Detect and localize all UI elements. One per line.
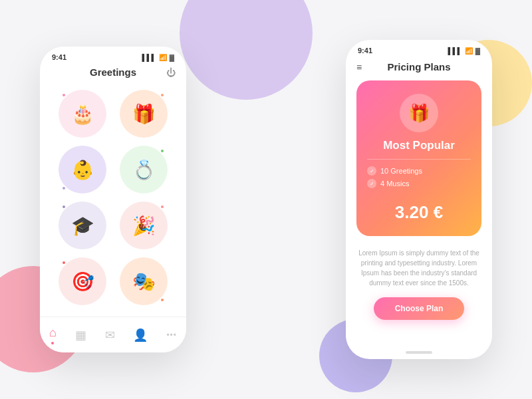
icon-cell-target[interactable]: 🎯 <box>56 257 109 305</box>
right-signal-icon: ▌▌▌ <box>448 47 462 55</box>
more-icon: ••• <box>166 331 177 340</box>
battery-icon: ▓ <box>170 54 174 61</box>
right-battery-icon: ▓ <box>475 47 480 55</box>
left-phone: 9:41 ▌▌▌ 📶 ▓ Greetings ⏻ 🎂 🎁 👶 <box>40 47 186 352</box>
pricing-card: 🎁 Most Popular ✓ 10 Greetings ✓ 4 Musics… <box>356 80 481 236</box>
nav-more[interactable]: ••• <box>161 328 182 342</box>
gift-circle[interactable]: 🎁 <box>120 90 168 138</box>
feature-musics-text: 4 Musics <box>380 180 409 188</box>
card-divider <box>367 159 471 160</box>
nav-profile[interactable]: 👤 <box>128 325 153 345</box>
right-wifi-icon: 📶 <box>465 47 473 55</box>
icon-grid: 🎂 🎁 👶 💍 🎓 <box>40 84 186 311</box>
pricing-title: Pricing Plans <box>387 61 450 72</box>
nav-home[interactable]: ⌂ <box>44 323 62 347</box>
grid-icon: ▦ <box>75 328 86 342</box>
nav-mail[interactable]: ✉ <box>100 325 120 345</box>
right-phone: 9:41 ▌▌▌ 📶 ▓ ≡ Pricing Plans 🎁 Most Popu… <box>346 40 492 359</box>
card-features: ✓ 10 Greetings ✓ 4 Musics <box>367 166 471 192</box>
birthday-circle[interactable]: 🎂 <box>59 90 106 138</box>
icon-cell-mask[interactable]: 🎭 <box>117 257 170 305</box>
right-time: 9:41 <box>358 47 372 55</box>
right-status-bar: 9:41 ▌▌▌ 📶 ▓ <box>346 40 492 57</box>
dot-target <box>61 260 66 265</box>
wifi-icon: 📶 <box>159 54 167 61</box>
nav-grid[interactable]: ▦ <box>70 325 92 345</box>
mail-icon: ✉ <box>105 328 115 342</box>
feature-musics: ✓ 4 Musics <box>367 179 471 188</box>
feature-greetings: ✓ 10 Greetings <box>367 166 471 176</box>
greetings-title: Greetings <box>90 66 136 78</box>
hamburger-icon[interactable]: ≡ <box>356 63 362 72</box>
mask-circle[interactable]: 🎭 <box>120 257 168 305</box>
rings-circle[interactable]: 💍 <box>120 146 168 194</box>
signal-icon: ▌▌▌ <box>142 54 156 61</box>
icon-cell-party[interactable]: 🎉 <box>117 201 170 249</box>
left-phone-header: Greetings ⏻ <box>40 64 186 84</box>
icon-cell-birthday[interactable]: 🎂 <box>56 90 109 138</box>
pricing-description: Lorem Ipsum is simply dummy text of the … <box>346 243 492 293</box>
check-greetings: ✓ <box>367 166 376 176</box>
card-price: 3.20 € <box>395 202 443 223</box>
icon-cell-gift[interactable]: 🎁 <box>117 90 170 138</box>
check-musics: ✓ <box>367 179 376 188</box>
dot-mask <box>160 297 165 303</box>
graduation-circle[interactable]: 🎓 <box>59 201 106 249</box>
card-gift-icon: 🎁 <box>400 94 438 132</box>
icon-cell-rings[interactable]: 💍 <box>117 146 170 194</box>
nav-home-dot <box>51 342 54 344</box>
choose-plan-button[interactable]: Choose Plan <box>374 297 465 320</box>
scroll-indicator <box>406 351 432 354</box>
dot-party <box>160 204 165 209</box>
dot-gift <box>160 92 165 98</box>
power-icon[interactable]: ⏻ <box>166 67 176 78</box>
left-status-icons: ▌▌▌ 📶 ▓ <box>142 54 174 61</box>
left-time: 9:41 <box>52 53 66 61</box>
card-title: Most Popular <box>383 139 455 152</box>
dot-birthday <box>61 92 66 98</box>
feature-greetings-text: 10 Greetings <box>380 167 422 175</box>
dot-baby <box>61 186 66 191</box>
icon-cell-graduation[interactable]: 🎓 <box>56 201 109 249</box>
dot-rings <box>160 148 165 154</box>
party-circle[interactable]: 🎉 <box>120 201 168 249</box>
right-status-icons: ▌▌▌ 📶 ▓ <box>448 47 480 55</box>
bottom-nav: ⌂ ▦ ✉ 👤 ••• <box>40 317 186 352</box>
dot-graduation <box>61 204 66 209</box>
target-circle[interactable]: 🎯 <box>59 257 106 305</box>
profile-icon: 👤 <box>133 328 148 342</box>
bg-blob-purple <box>180 0 313 100</box>
home-icon: ⌂ <box>49 326 57 340</box>
icon-cell-baby[interactable]: 👶 <box>56 146 109 194</box>
right-phone-header: ≡ Pricing Plans <box>346 57 492 78</box>
left-status-bar: 9:41 ▌▌▌ 📶 ▓ <box>40 47 186 64</box>
baby-circle[interactable]: 👶 <box>59 146 106 194</box>
